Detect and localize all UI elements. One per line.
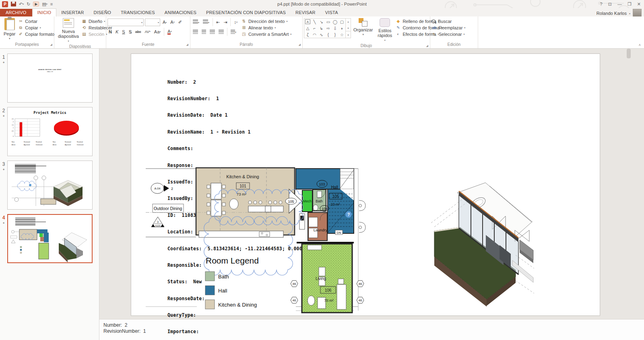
- tab-archivo[interactable]: ARCHIVO: [0, 9, 32, 16]
- shape-left-brace-icon[interactable]: {: [325, 31, 332, 38]
- thumbnail-slide-3[interactable]: 3✦: [0, 161, 99, 210]
- dialog-launcher-icon[interactable]: ◢: [186, 43, 188, 46]
- slide-canvas-area[interactable]: Number: 2 RevisionNumber: 1 RevisionDate…: [99, 49, 644, 319]
- cut-button[interactable]: ✂Cortar: [18, 19, 54, 24]
- restore-icon[interactable]: ❐: [627, 2, 632, 7]
- shape-star-icon[interactable]: ☆: [339, 31, 345, 38]
- replace-button[interactable]: abReemplazar▾: [431, 25, 465, 31]
- tab-insertar[interactable]: INSERTAR: [56, 9, 89, 16]
- bold-button[interactable]: N: [107, 29, 113, 35]
- align-right-button[interactable]: [208, 29, 216, 35]
- clear-formatting-button[interactable]: ✐: [177, 19, 183, 25]
- shapes-gallery[interactable]: A ╲ ↘ ▭ ◯ ▢ △ ⌐ ↳ ⇨ ⇩ ◗ ζ ◠ ∿: [304, 18, 351, 38]
- shape-right-brace-icon[interactable]: }: [332, 31, 339, 38]
- minimize-icon[interactable]: —: [617, 2, 622, 6]
- shape-triangle-icon[interactable]: △: [304, 25, 311, 31]
- help-icon[interactable]: ?: [600, 2, 603, 6]
- redo-icon[interactable]: ↻: [27, 1, 30, 7]
- animation-star-icon: ✦: [0, 221, 7, 225]
- shape-chord-icon[interactable]: ◗: [339, 25, 345, 31]
- smartart-button[interactable]: ◳Convertir a SmartArt▾: [241, 31, 291, 37]
- italic-button[interactable]: K: [114, 29, 120, 35]
- copy-button[interactable]: ⧉Copiar▾: [18, 25, 54, 31]
- shape-elbow-arrow-icon[interactable]: ↳: [318, 25, 325, 31]
- ribbon-options-icon[interactable]: ⊡: [608, 2, 612, 7]
- arrange-button[interactable]: Organizar ▾: [351, 17, 375, 38]
- shape-rectangle-icon[interactable]: ▭: [325, 19, 332, 25]
- columns-button[interactable]: ▾: [229, 29, 237, 35]
- shape-right-arrow-icon[interactable]: ⇨: [325, 25, 332, 31]
- grow-font-button[interactable]: A▴: [161, 19, 168, 25]
- format-painter-button[interactable]: ✐Copiar formato: [18, 31, 54, 37]
- increase-indent-icon[interactable]: ⇥: [222, 19, 228, 25]
- slide-4-canvas[interactable]: Number: 2 RevisionNumber: 1 RevisionDate…: [131, 54, 600, 316]
- find-button[interactable]: Buscar: [431, 19, 465, 24]
- thumbnail-slide-4-selected[interactable]: 4✦: [0, 214, 99, 263]
- svg-text:70 m²: 70 m²: [324, 299, 333, 303]
- shape-freeform-icon[interactable]: ζ: [304, 31, 311, 38]
- align-text-button[interactable]: ⊞Alinear texto▾: [241, 25, 291, 31]
- font-size-combobox[interactable]: ▾: [145, 19, 160, 26]
- strikethrough-button[interactable]: abc: [134, 29, 142, 34]
- shape-curve-icon[interactable]: ∿: [318, 31, 325, 38]
- numbering-button[interactable]: ▾: [202, 19, 211, 25]
- tab-diseno[interactable]: DISEÑO: [89, 9, 116, 16]
- shape-oval-icon[interactable]: ◯: [332, 19, 339, 25]
- floor-plan-image[interactable]: 105: [144, 166, 370, 315]
- font-color-button[interactable]: A▾: [166, 29, 173, 35]
- svg-text:Kitchen & Dining: Kitchen & Dining: [218, 302, 257, 308]
- shape-line-icon[interactable]: ╲: [311, 19, 318, 25]
- customize-qat-icon[interactable]: ≡: [50, 1, 53, 7]
- close-icon[interactable]: ✕: [637, 2, 641, 7]
- shapes-scroll-down-icon[interactable]: ▾: [346, 25, 351, 31]
- thumb2-pie-legend: New Reviewed Resolved Active Approved Di…: [53, 141, 89, 147]
- dialog-launcher-icon[interactable]: ◢: [426, 44, 428, 47]
- shape-rounded-rect-icon[interactable]: ▢: [339, 19, 345, 25]
- tab-inicio[interactable]: INICIO: [32, 8, 57, 16]
- undo-icon[interactable]: ↶▾: [19, 1, 24, 7]
- dialog-launcher-icon[interactable]: ◢: [299, 43, 301, 46]
- account-name: Rolando Karlos: [597, 11, 627, 16]
- font-name-combobox[interactable]: ▾: [107, 19, 144, 26]
- dialog-launcher-icon[interactable]: ◢: [50, 43, 52, 46]
- shape-elbow-icon[interactable]: ⌐: [311, 25, 318, 31]
- 3d-view-image[interactable]: [419, 175, 536, 307]
- shape-arrow-icon[interactable]: ↘: [318, 19, 325, 25]
- tab-transiciones[interactable]: TRANSICIONES: [116, 9, 160, 16]
- tab-presentacion[interactable]: PRESENTACIÓN CON DIAPOSITIVAS: [201, 9, 291, 16]
- bullets-button[interactable]: ▾: [192, 19, 200, 25]
- paste-button[interactable]: Pegar ▾: [1, 17, 18, 42]
- save-icon[interactable]: [11, 2, 16, 6]
- shape-down-arrow-icon[interactable]: ⇩: [332, 25, 339, 31]
- select-button[interactable]: ↖Seleccionar▾: [431, 31, 465, 37]
- character-spacing-button[interactable]: AV▾: [144, 29, 152, 34]
- tab-animaciones[interactable]: ANIMACIONES: [160, 9, 201, 16]
- thumbnail-slide-1[interactable]: 1✦ ADVANCED REVISION CLOUD REPORT rubee.…: [0, 54, 99, 103]
- shapes-more-icon[interactable]: ▾: [346, 31, 351, 38]
- shrink-font-button[interactable]: A▾: [169, 19, 175, 25]
- shadow-button[interactable]: S: [128, 29, 133, 35]
- vertical-scrollbar[interactable]: [627, 49, 631, 319]
- new-slide-qat-icon[interactable]: ▤▾: [42, 1, 47, 7]
- shape-textbox-icon[interactable]: A: [305, 19, 310, 24]
- decrease-indent-icon[interactable]: ⇤: [215, 19, 221, 25]
- thumbnail-slide-2[interactable]: 2✦ Project Metrics 2.5 2 1.5 1 0.5: [0, 107, 99, 156]
- scrollbar-thumb[interactable]: [627, 49, 631, 58]
- underline-button[interactable]: S: [121, 29, 126, 35]
- justify-button[interactable]: [217, 29, 225, 35]
- align-left-button[interactable]: [192, 29, 199, 35]
- line-spacing-button[interactable]: ↕▾: [233, 19, 239, 25]
- shapes-scroll-up-icon[interactable]: ▴: [346, 19, 351, 25]
- text-direction-button[interactable]: ⇅Dirección del texto▾: [241, 19, 291, 24]
- shape-arc-icon[interactable]: ◠: [311, 31, 318, 38]
- tab-revisar[interactable]: REVISAR: [291, 9, 320, 16]
- ribbon: Pegar ▾ ✂Cortar ⧉Copiar▾ ✐Copiar formato…: [0, 16, 644, 49]
- align-center-button[interactable]: [200, 29, 207, 35]
- change-case-button[interactable]: Aa▾: [153, 29, 162, 35]
- start-slideshow-icon[interactable]: ▶: [33, 2, 39, 6]
- tab-vista[interactable]: VISTA: [320, 9, 343, 16]
- new-slide-button[interactable]: Nuevadiapositiva ▾: [56, 17, 81, 44]
- quick-styles-button[interactable]: Estilosrápidos ▾: [375, 17, 394, 43]
- collapse-ribbon-icon[interactable]: ˄: [639, 43, 641, 47]
- room-legend: Room Legend Bath Hall Kitchen & Dining: [205, 256, 259, 309]
